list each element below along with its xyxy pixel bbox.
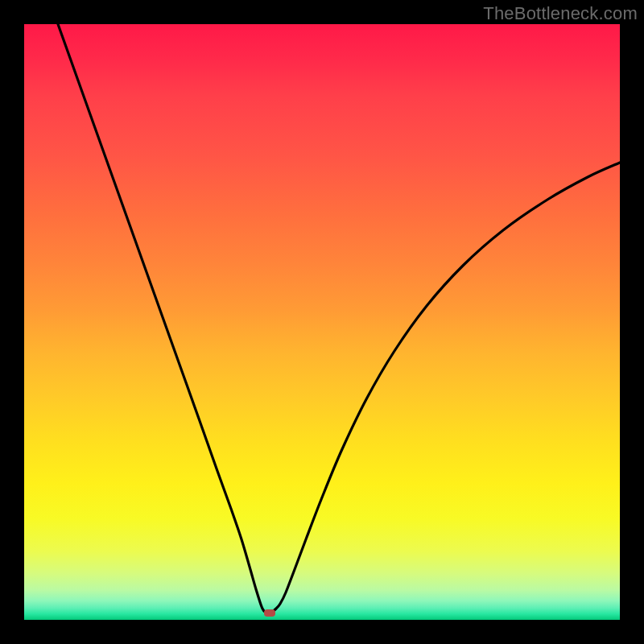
plot-area — [24, 24, 620, 620]
bottleneck-curve-path — [58, 24, 620, 613]
curve-layer — [24, 24, 620, 620]
chart-frame: TheBottleneck.com — [0, 0, 644, 644]
minimum-marker — [264, 609, 275, 617]
attribution-label: TheBottleneck.com — [483, 3, 638, 24]
